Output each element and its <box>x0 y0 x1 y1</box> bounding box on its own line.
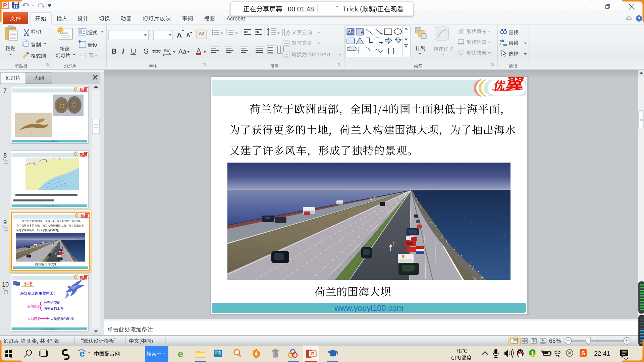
svg-text:A3: A3 <box>199 31 204 36</box>
svg-text:A: A <box>186 32 190 39</box>
svg-text:10: 10 <box>2 281 9 288</box>
svg-text:P: P <box>3 2 7 9</box>
svg-text:AV: AV <box>163 48 170 53</box>
svg-text:Aa: Aa <box>178 48 186 55</box>
svg-text:{: { <box>387 47 390 54</box>
svg-text:7: 7 <box>3 87 7 94</box>
svg-text:www.youyi100.com: www.youyi100.com <box>41 328 58 330</box>
svg-text:8: 8 <box>3 152 7 159</box>
svg-text:I: I <box>122 47 124 55</box>
svg-text:?: ? <box>638 16 640 21</box>
svg-text:A: A <box>197 47 201 54</box>
svg-text:00:01:48: 00:01:48 <box>288 5 314 13</box>
svg-text:e: e <box>178 348 183 359</box>
svg-text:A: A <box>348 29 351 33</box>
svg-text:A: A <box>361 30 364 35</box>
svg-text:9: 9 <box>3 219 7 226</box>
svg-text:U: U <box>131 47 136 55</box>
svg-text:3: 3 <box>226 33 227 36</box>
svg-text:}: } <box>392 47 395 54</box>
svg-text:A: A <box>177 31 182 39</box>
svg-text:www.youyi100.com: www.youyi100.com <box>334 303 403 312</box>
svg-text:ac: ac <box>503 43 507 47</box>
svg-text:22:41: 22:41 <box>594 350 610 357</box>
svg-text:B: B <box>111 47 117 55</box>
svg-text:P: P <box>311 351 314 356</box>
svg-text:www.youyi100.com: www.youyi100.com <box>41 140 58 142</box>
svg-text:A: A <box>287 29 290 34</box>
svg-text:www.youyi100.com: www.youyi100.com <box>41 205 58 207</box>
svg-text:65%: 65% <box>549 338 561 344</box>
svg-text:S: S <box>581 350 585 357</box>
svg-text:’’: ’’ <box>335 4 338 11</box>
svg-text:www.youyi100.com: www.youyi100.com <box>42 267 59 269</box>
svg-text:Acrobat: Acrobat <box>226 16 245 21</box>
